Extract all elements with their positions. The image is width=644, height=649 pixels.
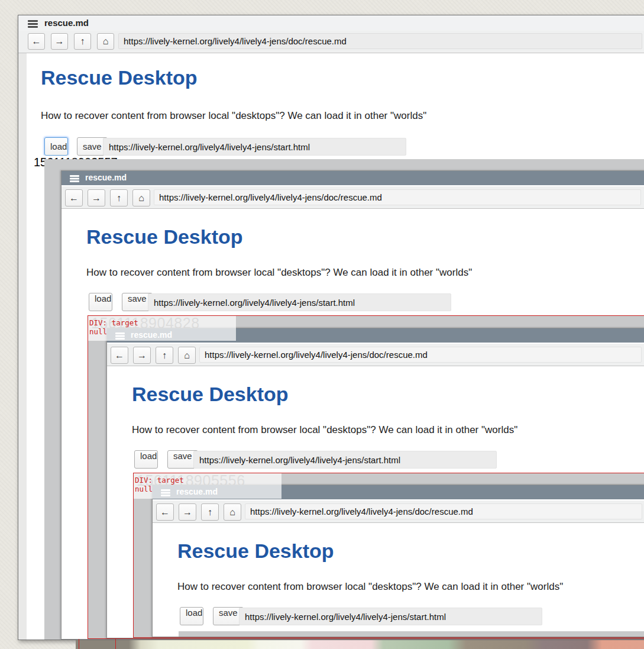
- rescue-md-window: rescue.md ← → ↑ ⌂ Rescue Desktop How to …: [18, 15, 644, 640]
- desktop-wallpaper-strip: [76, 640, 644, 649]
- up-icon: ↑: [110, 189, 128, 206]
- menu-icon: [70, 175, 79, 177]
- intro-paragraph: How to recover content from browser loca…: [132, 424, 517, 436]
- url-input[interactable]: [118, 33, 642, 49]
- desktop-screenshot-1: rescue.md ← → ↑ ⌂ Rescue Desktop How to …: [44, 159, 644, 640]
- document-content: Rescue Desktop How to recover content fr…: [70, 209, 644, 639]
- navigation-bar: ← → ↑ ⌂: [62, 186, 644, 209]
- inspected-screenshot-region-3: 1561118905556 rescue.md ←: [133, 473, 644, 638]
- back-icon: ←: [65, 189, 83, 206]
- load-button: load: [180, 607, 203, 625]
- inspector-tooltip: DIV: target null: [134, 473, 281, 499]
- inspector-null-line: null: [135, 485, 153, 493]
- url-display: [245, 503, 642, 519]
- intro-paragraph: How to recover content from browser loca…: [177, 581, 563, 593]
- rescue-md-window-screenshot-2: rescue.md ← → ↑ ⌂ Rescue Desktop How to …: [61, 170, 644, 640]
- home-button[interactable]: ⌂: [97, 33, 114, 50]
- document-content: Rescue Desktop How to recover content fr…: [27, 53, 644, 640]
- page-title: Rescue Desktop: [41, 66, 198, 89]
- navigation-bar: ← → ↑ ⌂: [18, 31, 644, 53]
- start-url-display: [193, 451, 497, 469]
- page-title: Rescue Desktop: [177, 540, 334, 563]
- page-title: Rescue Desktop: [132, 383, 289, 406]
- forward-button[interactable]: →: [51, 33, 68, 50]
- inspector-null-line: null: [89, 327, 107, 336]
- inspector-target-line: DIV: target: [89, 318, 138, 327]
- up-icon: ↑: [201, 503, 219, 521]
- load-button[interactable]: load: [44, 137, 68, 156]
- document-content: Rescue Desktop How to recover content fr…: [115, 366, 644, 638]
- navigation-bar: ← → ↑ ⌂: [107, 344, 644, 366]
- intro-paragraph: How to recover content from browser loca…: [86, 267, 472, 279]
- up-button[interactable]: ↑: [74, 33, 91, 50]
- load-button: load: [134, 450, 158, 469]
- desktop-screenshot-4: [179, 631, 644, 637]
- home-icon: ⌂: [132, 189, 150, 206]
- back-icon: ←: [156, 503, 174, 521]
- forward-icon: →: [133, 347, 151, 364]
- home-icon: ⌂: [224, 503, 241, 521]
- window-title: rescue.md: [85, 173, 127, 182]
- navigation-bar: ← → ↑ ⌂: [153, 501, 644, 523]
- window-title: rescue.md: [44, 18, 89, 28]
- document-content: Rescue Desktop How to recover content fr…: [161, 523, 644, 637]
- inspector-target-line: DIV: target: [135, 476, 184, 485]
- url-display: [199, 347, 642, 363]
- menu-icon[interactable]: [28, 20, 38, 22]
- back-icon: ←: [111, 347, 128, 364]
- inspected-screenshot-region-2: 1561118904828 rescue.md ← → ↑ ⌂: [88, 315, 644, 639]
- forward-icon: →: [179, 503, 196, 521]
- rescue-md-window-screenshot-3: rescue.md ← → ↑ ⌂ Rescue Desktop: [106, 328, 644, 638]
- inspect-outline-right: [115, 639, 116, 649]
- window-titlebar: rescue.md: [18, 15, 644, 31]
- start-url-input[interactable]: [103, 138, 406, 156]
- inspector-tooltip: DIV: target null: [88, 316, 236, 341]
- forward-icon: →: [88, 189, 105, 206]
- start-url-display: [239, 608, 542, 625]
- window-titlebar: rescue.md: [62, 171, 644, 185]
- page-title: Rescue Desktop: [86, 225, 243, 248]
- home-icon: ⌂: [178, 347, 196, 364]
- rescue-md-window-screenshot-4: rescue.md ← → ↑ ⌂: [152, 485, 644, 637]
- start-url-display: [148, 293, 451, 311]
- inspect-outline-left: [79, 639, 79, 649]
- back-button[interactable]: ←: [28, 33, 45, 50]
- url-display: [154, 189, 641, 205]
- up-icon: ↑: [156, 347, 173, 364]
- intro-paragraph: How to recover content from browser loca…: [41, 110, 426, 122]
- load-button: load: [89, 293, 112, 311]
- desktop: { "window": { "title": "rescue.md", "doc…: [0, 0, 644, 649]
